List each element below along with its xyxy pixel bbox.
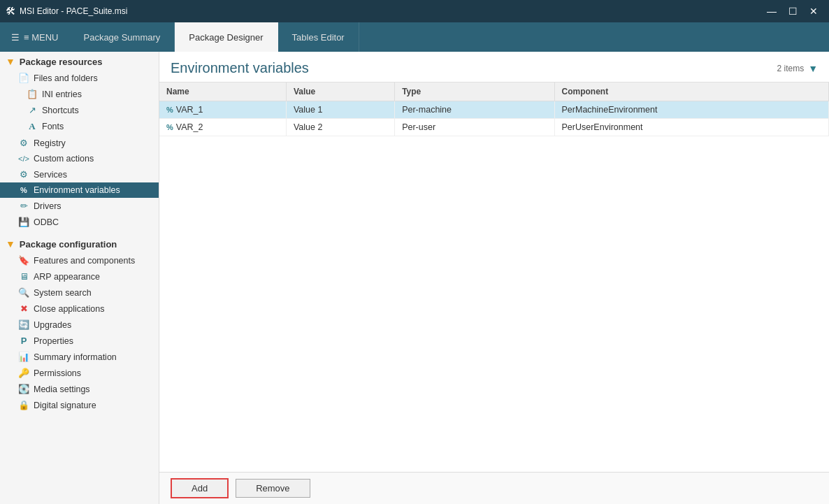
sidebar-item-summary-label: Summary information (34, 352, 117, 362)
sidebar-item-env-vars-label: Environment variables (34, 185, 120, 195)
registry-icon: ⚙ (18, 138, 29, 148)
cell-type: Per-machine (395, 101, 554, 119)
sidebar: ▼ Package resources 📄 Files and folders … (0, 52, 159, 504)
titlebar-controls: — ☐ ✕ (762, 1, 823, 21)
tab-package-summary[interactable]: Package Summary (69, 22, 175, 52)
cell-name: %VAR_1 (159, 101, 286, 119)
sidebar-item-custom-actions-label: Custom actions (34, 154, 94, 164)
sidebar-item-ini-label: INI entries (42, 89, 82, 99)
sidebar-item-registry[interactable]: ⚙ Registry (0, 135, 159, 151)
var-percent-icon: % (166, 123, 173, 131)
sidebar-item-close-applications[interactable]: ✖ Close applications (0, 301, 159, 317)
titlebar-title: MSI Editor - PACE_Suite.msi (20, 6, 128, 16)
digital-sig-icon: 🔒 (18, 400, 29, 410)
sidebar-item-registry-label: Registry (34, 138, 66, 148)
odbc-icon: 💾 (18, 217, 29, 227)
titlebar-left: 🛠 MSI Editor - PACE_Suite.msi (6, 6, 128, 17)
bottom-bar: Add Remove (159, 472, 829, 504)
summary-icon: 📊 (18, 352, 29, 362)
add-button[interactable]: Add (171, 478, 229, 498)
sidebar-item-ini-entries[interactable]: 📋 INI entries (0, 86, 159, 102)
sidebar-item-system-search-label: System search (34, 288, 92, 298)
sidebar-item-drivers-label: Drivers (34, 201, 62, 211)
folder2-icon: ▼ (6, 238, 15, 250)
sidebar-item-system-search[interactable]: 🔍 System search (0, 285, 159, 301)
sidebar-item-arp-label: ARP appearance (34, 272, 100, 282)
sidebar-item-summary-information[interactable]: 📊 Summary information (0, 349, 159, 365)
sidebar-item-permissions[interactable]: 🔑 Permissions (0, 365, 159, 381)
sidebar-item-media-label: Media settings (34, 384, 90, 394)
remove-button[interactable]: Remove (236, 479, 310, 498)
sidebar-item-close-apps-label: Close applications (34, 304, 104, 314)
minimize-button[interactable]: — (762, 1, 781, 21)
filter-icon[interactable]: ▼ (808, 63, 818, 74)
fonts-icon: A (27, 121, 38, 132)
menubar: ☰ ≡ MENU Package Summary Package Designe… (0, 22, 829, 52)
cell-value: Value 1 (286, 101, 394, 119)
table-row[interactable]: %VAR_1 Value 1 Per-machine PerMachineEnv… (159, 101, 829, 119)
sidebar-item-upgrades[interactable]: 🔄 Upgrades (0, 317, 159, 333)
services-icon: ⚙ (18, 169, 29, 180)
env-vars-icon: % (18, 186, 29, 194)
cell-value: Value 2 (286, 119, 394, 136)
page-title: Environment variables (171, 60, 309, 76)
menu-icon: ☰ (11, 32, 20, 43)
sidebar-item-files-and-folders[interactable]: 📄 Files and folders (0, 70, 159, 86)
sidebar-item-custom-actions[interactable]: </> Custom actions (0, 151, 159, 166)
sidebar-item-digital-signature[interactable]: 🔒 Digital signature (0, 397, 159, 413)
properties-icon: P (18, 336, 29, 346)
sidebar-item-environment-variables[interactable]: % Environment variables (0, 182, 159, 198)
main-layout: ▼ Package resources 📄 Files and folders … (0, 52, 829, 504)
env-vars-table: Name Value Type Component %VAR_1 Value 1… (159, 82, 829, 136)
arp-icon: 🖥 (18, 271, 29, 282)
sidebar-item-arp-appearance[interactable]: 🖥 ARP appearance (0, 268, 159, 285)
tab-tables-editor[interactable]: Tables Editor (278, 22, 359, 52)
cell-type: Per-user (395, 119, 554, 136)
sidebar-item-services-label: Services (34, 170, 67, 180)
sidebar-item-fonts-label: Fonts (42, 122, 64, 131)
tab-package-designer-label: Package Designer (189, 32, 263, 43)
sidebar-group-package-configuration[interactable]: ▼ Package configuration (0, 234, 159, 252)
sidebar-group-package-resources-label: Package resources (20, 57, 103, 67)
col-name: Name (159, 82, 286, 101)
sidebar-item-drivers[interactable]: ✏ Drivers (0, 198, 159, 214)
sidebar-item-digital-sig-label: Digital signature (34, 401, 96, 410)
close-apps-icon: ✖ (18, 303, 29, 314)
sidebar-item-upgrades-label: Upgrades (34, 320, 71, 330)
tab-package-designer[interactable]: Package Designer (175, 22, 277, 52)
sidebar-item-services[interactable]: ⚙ Services (0, 166, 159, 182)
table-row[interactable]: %VAR_2 Value 2 Per-user PerUserEnvironme… (159, 119, 829, 136)
sidebar-item-fonts[interactable]: A Fonts (0, 118, 159, 135)
sidebar-item-odbc[interactable]: 💾 ODBC (0, 214, 159, 230)
cell-component: PerUserEnvironment (554, 119, 828, 136)
system-search-icon: 🔍 (18, 287, 29, 298)
permissions-icon: 🔑 (18, 368, 29, 378)
sidebar-item-media-settings[interactable]: 💽 Media settings (0, 381, 159, 397)
cell-name: %VAR_2 (159, 119, 286, 136)
upgrades-icon: 🔄 (18, 319, 29, 330)
menu-button[interactable]: ☰ ≡ MENU (0, 22, 69, 52)
item-count-label: 2 items (777, 64, 804, 73)
col-component: Component (554, 82, 828, 101)
sidebar-item-shortcuts[interactable]: ↗ Shortcuts (0, 102, 159, 118)
sidebar-item-features-and-components[interactable]: 🔖 Features and components (0, 252, 159, 268)
sidebar-item-properties-label: Properties (34, 336, 73, 346)
close-button[interactable]: ✕ (804, 1, 823, 21)
features-icon: 🔖 (18, 255, 29, 266)
files-icon: 📄 (18, 73, 29, 83)
sidebar-group-package-resources[interactable]: ▼ Package resources (0, 52, 159, 70)
sidebar-item-properties[interactable]: P Properties (0, 333, 159, 349)
table-wrapper: Name Value Type Component %VAR_1 Value 1… (159, 82, 829, 472)
col-value: Value (286, 82, 394, 101)
shortcuts-icon: ↗ (27, 105, 38, 115)
tab-tables-editor-label: Tables Editor (292, 32, 345, 43)
folder-icon: ▼ (6, 56, 15, 67)
var-percent-icon: % (166, 106, 173, 114)
maximize-button[interactable]: ☐ (783, 1, 802, 21)
drivers-icon: ✏ (18, 201, 29, 211)
col-type: Type (395, 82, 554, 101)
tab-package-summary-label: Package Summary (83, 32, 160, 43)
menu-label: ≡ MENU (24, 32, 58, 43)
item-count-area: 2 items ▼ (777, 63, 818, 74)
sidebar-item-odbc-label: ODBC (34, 217, 59, 227)
